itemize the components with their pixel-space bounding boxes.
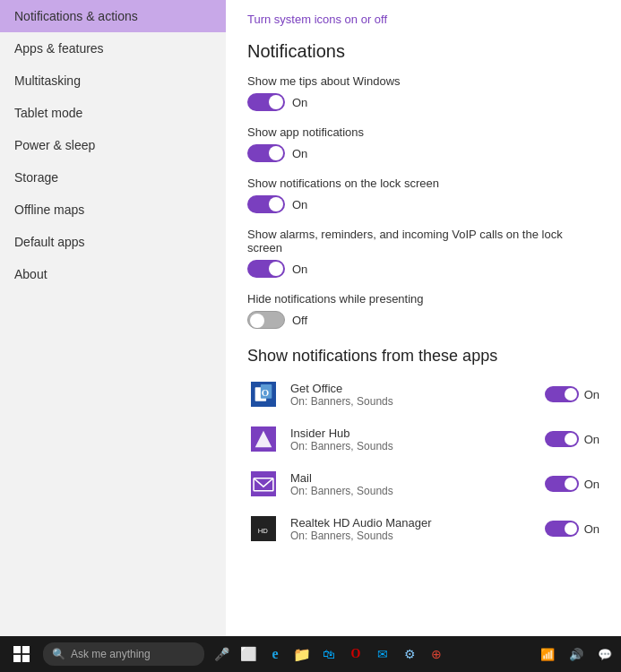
volume-button[interactable]: 🔊 <box>564 641 589 668</box>
toggle-lock-screen[interactable] <box>247 195 285 213</box>
setting-tips: Show me tips about WindowsOn <box>247 74 599 111</box>
setting-label-lock-screen: Show notifications on the lock screen <box>247 177 599 190</box>
svg-text:HD: HD <box>258 527 269 535</box>
mail-taskbar-button[interactable]: ✉ <box>369 641 396 668</box>
sidebar-item-offline-maps[interactable]: Offline maps <box>0 194 226 226</box>
toggle-knob-presenting <box>250 314 264 328</box>
toggle-knob-alarms <box>269 262 283 276</box>
app-item-insider-hub: Insider HubOn: Banners, SoundsOn <box>247 423 599 455</box>
windows-icon <box>13 646 30 662</box>
apps-container: O Get OfficeOn: Banners, SoundsOn Inside… <box>247 378 599 545</box>
toggle-knob-tips <box>269 95 283 109</box>
file-explorer-button[interactable]: 📁 <box>289 641 315 668</box>
app-toggle-knob-get-office <box>565 388 577 401</box>
setting-label-tips: Show me tips about Windows <box>247 74 599 88</box>
settings-container: Show me tips about WindowsOnShow app not… <box>247 74 599 329</box>
setting-label-presenting: Hide notifications while presenting <box>247 292 599 306</box>
app-toggle-state-get-office: On <box>584 388 599 401</box>
app-toggle-state-mail: On <box>584 478 599 491</box>
app-name-get-office: Get Office <box>290 382 545 395</box>
toggle-presenting[interactable] <box>247 311 285 329</box>
app-name-mail: Mail <box>290 471 545 485</box>
app-info-insider-hub: Insider HubOn: Banners, Sounds <box>290 426 545 452</box>
app-item-realtek: HD Realtek HD Audio ManagerOn: Banners, … <box>247 513 599 545</box>
opera-button[interactable]: O <box>342 641 369 668</box>
task-view-icon: ⬜ <box>240 646 257 662</box>
app-icon-realtek: HD <box>247 513 280 545</box>
sidebar-item-about[interactable]: About <box>0 258 226 290</box>
sidebar-item-storage[interactable]: Storage <box>0 161 226 194</box>
app-toggle-state-realtek: On <box>584 522 599 536</box>
app-toggle-row-realtek: On <box>545 521 599 537</box>
chrome-icon: ⊕ <box>431 647 442 661</box>
svg-rect-11 <box>22 646 30 653</box>
network-icon-button[interactable]: 📶 <box>535 641 560 668</box>
app-item-get-office: O Get OfficeOn: Banners, SoundsOn <box>247 378 599 410</box>
app-sub-insider-hub: On: Banners, Sounds <box>290 440 545 452</box>
main-area: Notifications & actionsApps & featuresMu… <box>0 0 621 636</box>
toggle-knob-lock-screen <box>269 197 283 211</box>
search-icon: 🔍 <box>52 648 65 660</box>
sidebar-item-apps-features[interactable]: Apps & features <box>0 32 226 65</box>
sidebar-item-multitasking[interactable]: Multitasking <box>0 65 226 97</box>
link-row: Turn system icons on or off <box>247 11 599 27</box>
edge-button[interactable]: e <box>262 641 289 668</box>
app-toggle-mail[interactable] <box>545 476 579 492</box>
sidebar: Notifications & actionsApps & featuresMu… <box>0 0 226 636</box>
app-toggle-get-office[interactable] <box>545 386 579 402</box>
svg-rect-6 <box>251 471 276 496</box>
network-icon: 📶 <box>540 648 555 661</box>
task-view-button[interactable]: ⬜ <box>235 641 262 668</box>
toggle-row-presenting: Off <box>247 311 599 329</box>
microphone-button[interactable]: 🎤 <box>208 641 235 668</box>
app-sub-realtek: On: Banners, Sounds <box>290 530 545 542</box>
app-icon-insider-hub <box>247 423 280 455</box>
search-box[interactable]: 🔍 Ask me anything <box>43 642 204 666</box>
app-toggle-knob-insider-hub <box>565 433 577 445</box>
svg-rect-10 <box>13 646 21 653</box>
mail-taskbar-icon: ✉ <box>377 647 388 661</box>
store-icon: 🛍 <box>323 647 335 661</box>
apps-section-title: Show notifications from these apps <box>247 347 599 366</box>
toggle-alarms[interactable] <box>247 260 285 278</box>
volume-icon: 🔊 <box>569 648 583 661</box>
toggle-state-text-alarms: On <box>292 263 307 276</box>
setting-label-alarms: Show alarms, reminders, and incoming VoI… <box>247 228 588 254</box>
svg-rect-12 <box>13 655 21 662</box>
toggle-state-text-lock-screen: On <box>292 198 307 211</box>
file-explorer-icon: 📁 <box>293 646 311 663</box>
settings-taskbar-button[interactable]: ⚙ <box>396 641 423 668</box>
sidebar-item-power-sleep[interactable]: Power & sleep <box>0 129 226 161</box>
microphone-icon: 🎤 <box>214 647 229 661</box>
notification-center-button[interactable]: 💬 <box>592 641 617 668</box>
setting-app-notifs: Show app notificationsOn <box>247 125 599 162</box>
edge-icon: e <box>272 646 278 662</box>
toggle-tips[interactable] <box>247 93 285 111</box>
app-toggle-realtek[interactable] <box>545 521 579 537</box>
svg-rect-13 <box>22 655 30 662</box>
app-toggle-row-get-office: On <box>545 386 599 402</box>
sidebar-item-tablet-mode[interactable]: Tablet mode <box>0 97 226 129</box>
toggle-row-tips: On <box>247 93 599 111</box>
system-icons-link[interactable]: Turn system icons on or off <box>247 13 387 26</box>
toggle-row-alarms: On <box>247 260 599 278</box>
app-toggle-row-insider-hub: On <box>545 431 599 447</box>
app-info-mail: MailOn: Banners, Sounds <box>290 471 545 497</box>
store-button[interactable]: 🛍 <box>315 641 342 668</box>
app-toggle-insider-hub[interactable] <box>545 431 579 447</box>
sidebar-item-notifications[interactable]: Notifications & actions <box>0 0 226 32</box>
app-icon-mail <box>247 468 280 500</box>
settings-taskbar-icon: ⚙ <box>404 647 416 661</box>
notifications-section-title: Notifications <box>247 41 599 62</box>
setting-label-app-notifs: Show app notifications <box>247 125 599 139</box>
toggle-row-lock-screen: On <box>247 195 599 213</box>
toggle-app-notifs[interactable] <box>247 144 285 162</box>
app-icon-get-office: O <box>247 378 280 410</box>
sidebar-item-default-apps[interactable]: Default apps <box>0 226 226 258</box>
start-button[interactable] <box>4 636 39 672</box>
chrome-button[interactable]: ⊕ <box>423 641 450 668</box>
toggle-state-text-tips: On <box>292 96 307 109</box>
app-toggle-knob-mail <box>565 478 577 490</box>
search-placeholder-text: Ask me anything <box>71 648 151 660</box>
setting-lock-screen: Show notifications on the lock screenOn <box>247 177 599 213</box>
